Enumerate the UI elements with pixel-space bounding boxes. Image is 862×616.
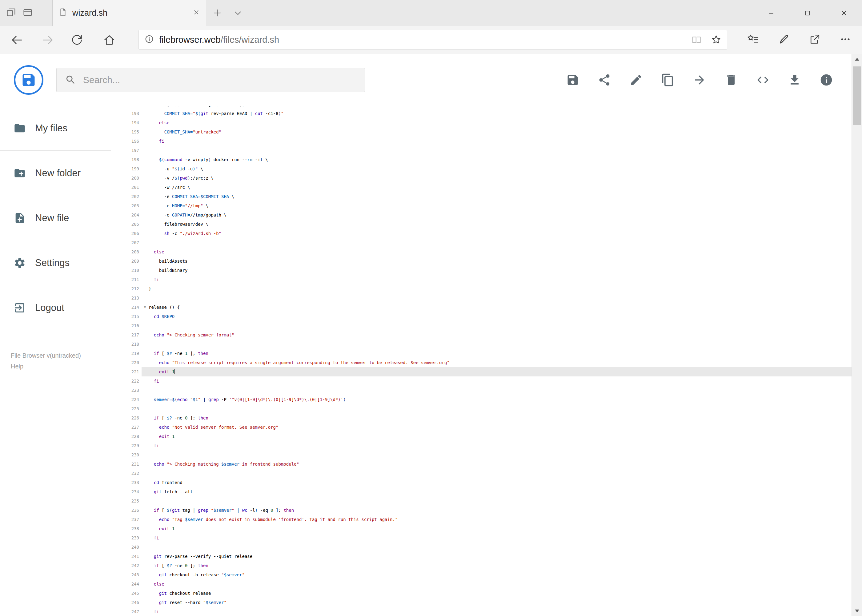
forward-button[interactable] — [40, 33, 55, 47]
refresh-button[interactable] — [69, 33, 84, 47]
minimize-button[interactable] — [753, 0, 790, 26]
address-bar[interactable]: filebrowser.web/files/wizard.sh — [139, 30, 727, 50]
site-info-icon[interactable] — [144, 33, 155, 46]
code-line[interactable]: 198 $(command -v winpty) docker run --rm… — [123, 155, 851, 164]
code-line[interactable]: 214▼release () { — [123, 303, 851, 312]
scroll-up-arrow-icon[interactable] — [855, 58, 859, 61]
code-line[interactable]: 242 if [ $? -ne 0 ]; then — [123, 561, 851, 570]
tab-preview-chevron-icon[interactable] — [233, 8, 243, 20]
code-line[interactable]: 197 — [123, 146, 851, 155]
code-line[interactable]: 194 else — [123, 118, 851, 127]
browser-tab[interactable]: wizard.sh — [52, 0, 206, 26]
code-line[interactable]: 205 filebrowser/dev \ — [123, 220, 851, 229]
help-link[interactable]: Help — [11, 361, 81, 372]
back-button[interactable] — [9, 33, 24, 47]
code-line[interactable]: 192 if [ "$(command -v git)" != "" ]; th… — [123, 106, 851, 109]
close-tab-icon[interactable] — [192, 8, 200, 17]
code-line[interactable]: 234 git fetch --all — [123, 487, 851, 497]
sidebar-item-new-folder[interactable]: New folder — [0, 151, 111, 196]
code-line[interactable]: 209 buildAssets — [123, 256, 851, 266]
fold-arrow-icon[interactable]: ▼ — [144, 303, 146, 312]
code-line[interactable]: 211 fi — [123, 275, 851, 284]
search-input[interactable] — [83, 75, 357, 85]
code-line[interactable]: 238 exit 1 — [123, 524, 851, 533]
ink-pen-button[interactable] — [769, 26, 799, 54]
hub-favorites-button[interactable] — [738, 26, 769, 54]
code-line[interactable]: 235 — [123, 497, 851, 506]
code-line[interactable]: 232 — [123, 469, 851, 478]
code-line[interactable]: 215 cd $REPO — [123, 312, 851, 321]
code-line[interactable]: 199 -u "$(id -u)" \ — [123, 164, 851, 173]
code-line[interactable]: 227 echo "Not valid semver format. See s… — [123, 423, 851, 432]
code-line[interactable]: 239 fi — [123, 533, 851, 542]
sidebar-item-new-file[interactable]: New file — [0, 196, 111, 240]
more-menu-button[interactable] — [830, 26, 861, 54]
code-line[interactable]: 210 buildBinary — [123, 266, 851, 275]
tab-preview-button[interactable] — [21, 6, 35, 20]
scroll-down-arrow-icon[interactable] — [855, 610, 859, 612]
code-line[interactable]: 193 COMMIT_SHA="$(git rev-parse HEAD | c… — [123, 109, 851, 118]
info-icon[interactable] — [819, 73, 833, 87]
search-box[interactable] — [56, 68, 365, 92]
code-line[interactable]: 218 — [123, 339, 851, 349]
code-line[interactable]: 196 fi — [123, 137, 851, 146]
code-line[interactable]: 244 else — [123, 580, 851, 589]
code-line[interactable]: 203 -e HOME="//tmp" \ — [123, 201, 851, 211]
code-line[interactable]: 225 — [123, 404, 851, 413]
sidebar-item-my-files[interactable]: My files — [0, 106, 111, 151]
edit-icon[interactable] — [629, 73, 643, 87]
code-line[interactable]: 219 if [ $# -ne 1 ]; then — [123, 349, 851, 358]
code-line[interactable]: 204 -e GOPATH=//tmp/gopath \ — [123, 211, 851, 220]
share-icon[interactable] — [598, 73, 611, 87]
home-button[interactable] — [102, 33, 117, 47]
code-line[interactable]: 212} — [123, 284, 851, 293]
code-line[interactable]: 231 echo "> Checking matching $semver in… — [123, 459, 851, 469]
maximize-button[interactable] — [790, 0, 826, 26]
move-icon[interactable] — [693, 73, 706, 87]
code-line[interactable]: 240 — [123, 542, 851, 552]
sidebar-item-settings[interactable]: Settings — [0, 240, 111, 285]
code-line[interactable]: 213 — [123, 293, 851, 303]
tabs-aside-button[interactable] — [4, 6, 18, 20]
code-line[interactable]: 236 if [ $(git tag | grep "$semver" | wc… — [123, 506, 851, 515]
download-icon[interactable] — [788, 73, 801, 87]
code-line[interactable]: 230 — [123, 450, 851, 459]
sidebar-item-logout[interactable]: Logout — [0, 285, 111, 330]
code-line[interactable]: 243 git checkout -b release "$semver" — [123, 570, 851, 580]
code-line[interactable]: 220 echo "This release script requires a… — [123, 358, 851, 367]
code-line[interactable]: 221 exit 1 — [123, 367, 851, 376]
save-icon[interactable] — [566, 73, 580, 87]
code-line[interactable]: 200 -v /$(pwd):/src:z \ — [123, 173, 851, 183]
code-editor[interactable]: 192 if [ "$(command -v git)" != "" ]; th… — [123, 106, 851, 616]
code-line[interactable]: 216 — [123, 321, 851, 330]
code-line[interactable]: 224 semver=$(echo "$1" | grep -P '^v(0|[… — [123, 395, 851, 404]
share-page-button[interactable] — [799, 26, 830, 54]
app-logo[interactable] — [14, 65, 43, 95]
code-line[interactable]: 233 cd frontend — [123, 478, 851, 487]
code-line[interactable]: 217 echo "> Checking semver format" — [123, 330, 851, 339]
code-line[interactable]: 246 git reset --hard "$semver" — [123, 598, 851, 607]
code-line[interactable]: 201 -w //src \ — [123, 183, 851, 192]
page-scrollbar[interactable] — [851, 54, 862, 616]
code-line[interactable]: 245 git checkout release — [123, 589, 851, 598]
reading-view-icon[interactable] — [690, 34, 702, 46]
code-line[interactable]: 202 -e COMMIT_SHA=$COMMIT_SHA \ — [123, 192, 851, 201]
code-icon[interactable] — [756, 73, 770, 87]
code-line[interactable]: 241 git rev-parse --verify --quiet relea… — [123, 552, 851, 561]
code-line[interactable]: 208 else — [123, 247, 851, 256]
code-line[interactable]: 206 sh -c "./wizard.sh -b" — [123, 229, 851, 238]
code-line[interactable]: 247 fi — [123, 607, 851, 616]
copy-icon[interactable] — [661, 73, 674, 87]
code-line[interactable]: 226 if [ $? -ne 0 ]; then — [123, 413, 851, 423]
code-line[interactable]: 237 echo "Tag $semver does not exist in … — [123, 515, 851, 524]
code-line[interactable]: 207 — [123, 238, 851, 247]
code-line[interactable]: 223 — [123, 386, 851, 395]
delete-icon[interactable] — [725, 73, 738, 87]
new-tab-button[interactable] — [212, 7, 223, 20]
scrollbar-thumb[interactable] — [853, 66, 861, 125]
code-line[interactable]: 195 COMMIT_SHA="untracked" — [123, 127, 851, 137]
close-window-button[interactable] — [826, 0, 862, 26]
code-line[interactable]: 222 fi — [123, 376, 851, 386]
favorite-star-icon[interactable] — [710, 34, 722, 46]
code-line[interactable]: 229 fi — [123, 441, 851, 450]
